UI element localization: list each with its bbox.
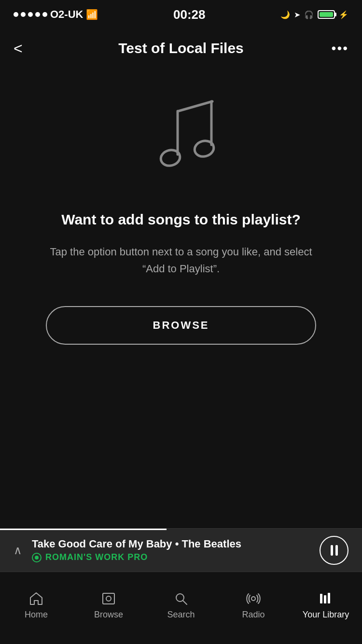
library-icon	[319, 591, 333, 606]
nav-label-search: Search	[167, 610, 195, 620]
more-options-button[interactable]: •••	[324, 41, 348, 56]
search-icon	[174, 591, 188, 606]
nav-label-home: Home	[25, 610, 48, 620]
bottom-navigation: Home Browse Search Radio	[0, 572, 362, 644]
svg-rect-10	[320, 594, 322, 603]
svg-rect-12	[328, 593, 330, 603]
status-bar: O2-UK 📶 00:28 🌙 ➤ 🎧 ⚡	[0, 0, 362, 29]
page-title: Test of Local Files	[38, 40, 324, 56]
carrier-label: O2-UK	[50, 8, 83, 21]
svg-line-8	[183, 601, 187, 604]
expand-icon[interactable]: ∧	[14, 544, 22, 557]
main-content: Want to add songs to this playlist? Tap …	[0, 68, 362, 364]
spotify-icon	[32, 553, 42, 562]
wifi-icon: 📶	[86, 9, 98, 20]
browse-icon	[101, 591, 116, 606]
radio-icon	[246, 591, 261, 606]
nav-label-library: Your Library	[303, 610, 349, 620]
context-label: ROMAIN'S WORK PRO	[45, 552, 148, 562]
home-icon	[29, 591, 43, 606]
music-note-icon	[138, 97, 224, 183]
status-time: 00:28	[173, 7, 206, 22]
back-button[interactable]: <	[14, 40, 38, 57]
location-icon: ➤	[294, 10, 300, 19]
track-info: Take Good Care of My Baby • The Beatles …	[32, 538, 320, 562]
battery-fill	[320, 12, 333, 17]
svg-rect-5	[103, 593, 114, 604]
svg-point-6	[106, 596, 111, 601]
svg-rect-11	[324, 595, 326, 603]
now-playing-bar[interactable]: ∧ Take Good Care of My Baby • The Beatle…	[0, 528, 362, 572]
svg-line-0	[179, 101, 212, 111]
nav-item-search[interactable]: Search	[145, 591, 217, 620]
svg-point-9	[251, 597, 255, 601]
browse-button[interactable]: BROWSE	[46, 306, 316, 345]
nav-item-home[interactable]: Home	[0, 591, 72, 620]
charge-icon: ⚡	[339, 10, 348, 19]
status-right: 🌙 ➤ 🎧 ⚡	[280, 10, 348, 19]
nav-item-library[interactable]: Your Library	[290, 591, 362, 620]
empty-state-subtitle: Tap the option button next to a song you…	[29, 243, 333, 277]
progress-bar	[0, 529, 167, 530]
track-context: ROMAIN'S WORK PRO	[32, 552, 320, 562]
status-left: O2-UK 📶	[14, 8, 98, 21]
nav-label-radio: Radio	[242, 610, 265, 620]
empty-state-title: Want to add songs to this playlist?	[61, 210, 301, 230]
nav-label-browse: Browse	[94, 610, 123, 620]
battery-indicator	[318, 10, 335, 19]
pause-button[interactable]	[320, 536, 348, 565]
headphone-icon: 🎧	[304, 10, 314, 19]
track-title: Take Good Care of My Baby • The Beatles	[32, 538, 320, 550]
nav-item-radio[interactable]: Radio	[217, 591, 290, 620]
signal-dots	[14, 12, 47, 17]
pause-icon	[331, 545, 338, 556]
moon-icon: 🌙	[280, 10, 290, 19]
header: < Test of Local Files •••	[0, 29, 362, 68]
nav-item-browse[interactable]: Browse	[72, 591, 145, 620]
empty-state-icon	[138, 97, 224, 185]
